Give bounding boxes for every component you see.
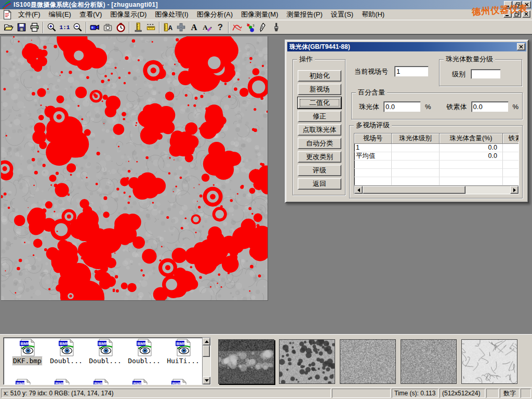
menu-image-processing[interactable]: 图像处理(I) (151, 9, 192, 20)
table-row[interactable] (354, 169, 518, 177)
child-restore-button[interactable] (513, 10, 521, 18)
actual-size-button[interactable]: 1:1 (58, 21, 71, 34)
thumbnail-3[interactable] (340, 339, 396, 384)
table-row[interactable] (354, 177, 518, 185)
thumbnail-2[interactable] (279, 339, 335, 384)
text-tool-button[interactable]: A (188, 21, 201, 34)
file-list[interactable]: DKF.bmp Doubl... Doubl... Doubl... HuiTi… (3, 337, 211, 385)
video-capture-button[interactable] (88, 21, 101, 34)
zoom-in-button[interactable] (45, 21, 58, 34)
particle-classify-button[interactable]: 3 (244, 21, 257, 34)
zoom-out-icon (73, 22, 83, 32)
restore-button[interactable] (513, 1, 522, 8)
timer-button[interactable] (114, 21, 127, 34)
file-name[interactable]: Doubl... (89, 357, 122, 365)
brush-tool-button[interactable] (270, 21, 283, 34)
file-item[interactable]: Doubl... (86, 339, 125, 365)
ruler-measure-button[interactable] (144, 21, 157, 34)
menu-help[interactable]: 帮助(H) (357, 9, 389, 20)
file-list-scrollbar[interactable] (202, 338, 210, 384)
file-name[interactable]: Doubl... (50, 357, 83, 365)
file-name[interactable]: HuiTi... (167, 357, 200, 365)
menu-image-analysis[interactable]: 图像分析(A) (193, 9, 237, 20)
current-field-input[interactable]: 1 (394, 66, 429, 77)
analysis-image[interactable] (1, 36, 268, 301)
file-row-clipped (4, 379, 203, 385)
dialog-close-button[interactable] (517, 43, 525, 50)
menu-measure-report[interactable]: 测量报告(P) (282, 9, 326, 20)
grid-tool-button[interactable] (175, 21, 188, 34)
pick-pearlite-button[interactable]: 点取珠光体 (298, 124, 341, 136)
caliper-icon (133, 22, 143, 32)
thumbnail-4[interactable] (401, 339, 457, 384)
status-time: Time (s): 0.113 (392, 389, 438, 398)
menu-settings[interactable]: 设置(S) (327, 9, 357, 20)
menu-image-measure[interactable]: 图像测量(M) (237, 9, 283, 20)
menu-file[interactable]: 文件(F) (14, 9, 45, 20)
zoom-out-button[interactable] (71, 21, 84, 34)
auto-classify-button[interactable]: 自动分类 (298, 138, 341, 149)
up-arrow-icon (205, 340, 209, 343)
thumbnail-1[interactable] (218, 339, 274, 384)
table-row[interactable]: 1 0.0 (354, 144, 518, 152)
menu-edit[interactable]: 编辑(E) (45, 9, 75, 20)
open-button[interactable] (2, 21, 15, 34)
dialog-title-bar[interactable]: 珠光体(GB/T9441-88) (287, 42, 526, 51)
file-name[interactable]: Doubl... (128, 357, 161, 365)
cell (392, 177, 440, 185)
table-row[interactable] (354, 161, 518, 169)
camera-capture-button[interactable] (101, 21, 114, 34)
col-ferrite[interactable]: 铁素体 (503, 134, 519, 144)
measure-annotate-button[interactable]: A (162, 21, 175, 34)
close-icon (518, 44, 524, 49)
binarize-button[interactable]: 二值化 (298, 97, 341, 109)
col-pearlite-content[interactable]: 珠光体含量(%) (440, 134, 503, 144)
print-button[interactable] (28, 21, 41, 34)
brush-icon (271, 22, 281, 32)
table-horizontal-scrollbar[interactable] (354, 185, 518, 194)
thumbnail-5[interactable] (461, 339, 517, 384)
cell: 0.0 (440, 144, 503, 152)
grade-button[interactable]: 评级 (298, 165, 341, 176)
save-button[interactable] (15, 21, 28, 34)
cell (503, 169, 519, 177)
close-button[interactable] (523, 1, 531, 8)
return-button[interactable]: 返回 (298, 178, 341, 190)
pearlite-percent-input[interactable]: 0.0 (383, 101, 421, 112)
help-button[interactable]: ? (214, 21, 227, 34)
level-input[interactable] (471, 69, 501, 79)
file-item[interactable]: Doubl... (125, 339, 164, 365)
scrollbar-thumb[interactable] (363, 186, 466, 194)
initialize-button[interactable]: 初始化 (298, 70, 341, 82)
caliper-measure-button[interactable] (131, 21, 144, 34)
scroll-up-button[interactable] (203, 338, 210, 345)
curve-tool-button[interactable] (231, 21, 244, 34)
pearlite-unit: % (425, 103, 431, 111)
child-close-button[interactable] (522, 10, 530, 18)
menu-image-display[interactable]: 图像显示(D) (106, 9, 151, 20)
change-class-button[interactable]: 更改类别 (298, 151, 341, 163)
pen-tool-button[interactable] (257, 21, 270, 34)
annotate-text-button[interactable]: A (201, 21, 214, 34)
cell (392, 169, 440, 177)
col-field-no[interactable]: 视场号 (354, 134, 392, 144)
file-item[interactable]: Doubl... (47, 339, 86, 365)
scroll-down-button[interactable] (203, 377, 210, 384)
menu-view[interactable]: 查看(V) (75, 9, 106, 20)
ferrite-percent-input[interactable]: 0.0 (471, 101, 509, 112)
file-item[interactable]: DKF.bmp (8, 339, 47, 365)
child-minimize-button[interactable] (503, 10, 512, 18)
status-bar: x: 510 y: 79 idx: 0 RGB: (174, 174, 174)… (0, 387, 532, 399)
minimize-button[interactable] (504, 1, 512, 8)
file-name[interactable]: DKF.bmp (13, 357, 42, 365)
correct-button[interactable]: 修正 (298, 111, 341, 122)
status-empty-panel (486, 389, 499, 398)
new-field-button[interactable]: 新视场 (298, 84, 341, 95)
scrollbar-thumb[interactable] (203, 345, 210, 357)
scroll-left-button[interactable] (354, 186, 363, 194)
bmp-file-icon (132, 379, 149, 385)
table-row[interactable]: 平均值 0.0 (354, 152, 518, 161)
file-item[interactable]: HuiTi... (164, 339, 203, 365)
scroll-right-button[interactable] (510, 186, 518, 194)
col-pearlite-grade[interactable]: 珠光体级别 (392, 134, 440, 144)
